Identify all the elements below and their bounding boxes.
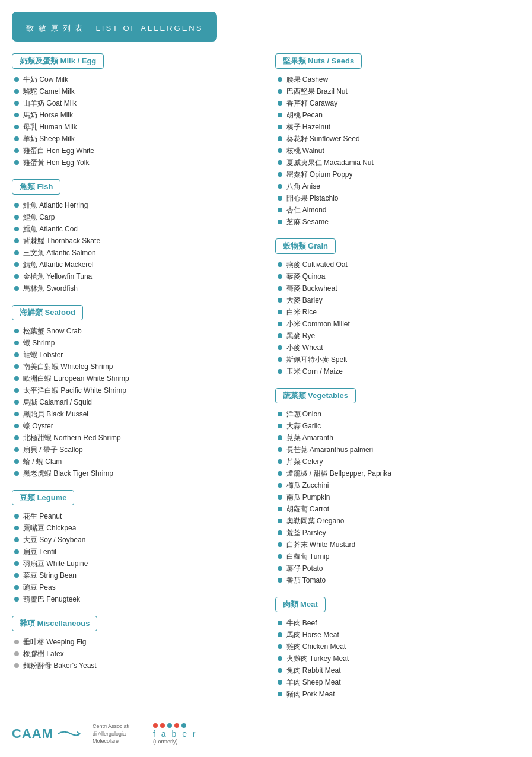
item-text: 牛肉 Beef <box>286 618 317 628</box>
item-text: 牛奶 Cow Milk <box>23 75 68 85</box>
bullet-icon <box>14 388 19 393</box>
item-text: 松葉蟹 Snow Crab <box>23 326 82 336</box>
list-item: 胡蘿蔔 Carrot <box>278 503 521 515</box>
bullet-icon <box>278 644 282 649</box>
list-item: 莧菜 Amaranth <box>278 432 521 444</box>
item-text: 開心果 Pistachio <box>286 193 339 203</box>
bullet-icon <box>278 77 282 82</box>
item-text: 玉米 Corn / Maize <box>286 367 343 377</box>
bullet-icon <box>278 495 282 500</box>
bullet-icon <box>278 692 282 696</box>
bullet-icon <box>14 640 19 644</box>
bullet-icon <box>278 621 282 625</box>
item-text: 杏仁 Almond <box>286 205 327 215</box>
item-text: 橡膠樹 Latex <box>23 649 64 659</box>
header-subtitle: LIST OF ALLERGENS <box>96 24 203 33</box>
bullet-icon <box>278 184 282 189</box>
item-text: 莧菜 Amaranth <box>286 433 333 443</box>
header-title: 致 敏 原 列 表 <box>26 24 84 33</box>
item-list-fish: 鯡魚 Atlantic Herring鯉魚 Carp鱈魚 Atlantic Co… <box>12 199 257 294</box>
list-item: 鯡魚 Atlantic Herring <box>14 199 257 211</box>
item-text: 山羊奶 Goat Milk <box>23 98 77 109</box>
item-text: 龍蝦 Lobster <box>23 350 63 360</box>
bullet-icon <box>14 400 19 405</box>
item-list-grain: 燕麥 Cultivated Oat藜麥 Quinoa蕎麥 Buckwheat大麥… <box>275 259 521 377</box>
item-text: 羽扇豆 White Lupine <box>23 559 88 569</box>
bullet-icon <box>278 196 282 201</box>
list-item: 麵粉酵母 Baker's Yeast <box>14 660 257 672</box>
list-item: 葵花籽 Sunflower Seed <box>278 133 521 145</box>
item-text: 兔肉 Rabbit Meat <box>286 666 341 676</box>
list-item: 大麥 Barley <box>278 294 521 306</box>
item-text: 黑老虎蝦 Black Tiger Shrimp <box>23 469 113 479</box>
item-text: 馬林魚 Swordfish <box>23 284 78 294</box>
item-text: 芹菜 Celery <box>286 457 323 467</box>
page: 致 敏 原 列 表 LIST OF ALLERGENS 奶類及蛋類 Milk /… <box>12 12 520 745</box>
list-item: 蠔 Oyster <box>14 420 257 432</box>
faber-dots <box>153 723 197 728</box>
item-text: 菜豆 String Bean <box>23 571 77 581</box>
list-item: 腰果 Cashew <box>278 74 521 85</box>
section-title-legume: 豆類 Legume <box>12 490 74 505</box>
bullet-icon <box>14 573 19 578</box>
list-item: 馬肉 Horse Meat <box>278 629 521 641</box>
item-list-meat: 牛肉 Beef馬肉 Horse Meat雞肉 Chicken Meat火雞肉 T… <box>275 617 521 700</box>
list-item: 芝麻 Sesame <box>278 216 521 228</box>
item-text: 長芒莧 Amaranthus palmeri <box>286 445 374 455</box>
bullet-icon <box>278 125 282 129</box>
item-text: 豬肉 Pork Meat <box>286 689 335 699</box>
list-item: 鷹嘴豆 Chickpea <box>14 522 257 534</box>
bullet-icon <box>14 148 19 153</box>
list-item: 燕麥 Cultivated Oat <box>278 259 521 271</box>
list-item: 白芥末 White Mustard <box>278 539 521 551</box>
item-text: 羊奶 Sheep Milk <box>23 134 75 144</box>
bullet-icon <box>278 668 282 673</box>
page-header: 致 敏 原 列 表 LIST OF ALLERGENS <box>12 12 217 42</box>
bullet-icon <box>278 447 282 452</box>
list-item: 黑老虎蝦 Black Tiger Shrimp <box>14 467 257 479</box>
item-text: 香芹籽 Caraway <box>286 98 338 109</box>
list-item: 橡膠樹 Latex <box>14 648 257 660</box>
bullet-icon <box>278 435 282 440</box>
bullet-icon <box>278 507 282 511</box>
item-text: 藜麥 Quinoa <box>286 272 326 282</box>
bullet-icon <box>14 238 19 243</box>
item-text: 大豆 Soy / Soybean <box>23 535 85 545</box>
list-item: 小麥 Wheat <box>278 342 521 354</box>
list-item: 太平洋白蝦 Pacific White Shrimp <box>14 384 257 396</box>
bullet-icon <box>278 632 282 637</box>
item-text: 扁豆 Lentil <box>23 547 56 557</box>
item-text: 核桃 Walnut <box>286 146 324 156</box>
item-text: 鯉魚 Carp <box>23 212 55 222</box>
list-item: 菜豆 String Bean <box>14 570 257 581</box>
section-title-grain: 穀物類 Grain <box>275 238 336 254</box>
item-text: 雞肉 Chicken Meat <box>286 642 346 652</box>
bullet-icon <box>14 77 19 82</box>
item-list-milk-egg: 牛奶 Cow Milk駱駝 Camel Milk山羊奶 Goat Milk馬奶 … <box>12 74 257 168</box>
list-item: 番茄 Tomato <box>278 574 521 586</box>
bullet-icon <box>278 345 282 350</box>
list-item: 巴西堅果 Brazil Nut <box>278 85 521 97</box>
item-text: 南美白對蝦 Whiteleg Shrimp <box>23 362 113 372</box>
bullet-icon <box>278 101 282 106</box>
list-item: 扁豆 Lentil <box>14 546 257 558</box>
bullet-icon <box>278 113 282 117</box>
list-item: 榛子 Hazelnut <box>278 121 521 133</box>
bullet-icon <box>14 549 19 554</box>
list-item: 核桃 Walnut <box>278 145 521 157</box>
list-item: 松葉蟹 Snow Crab <box>14 325 257 337</box>
bullet-icon <box>278 286 282 291</box>
item-text: 櫛瓜 Zucchini <box>286 481 329 491</box>
bullet-icon <box>278 578 282 583</box>
list-item: 鯉魚 Carp <box>14 211 257 223</box>
bullet-icon <box>278 412 282 416</box>
bullet-icon <box>278 136 282 141</box>
bullet-icon <box>278 471 282 476</box>
list-item: 背棘鰩 Thornback Skate <box>14 235 257 247</box>
list-item: 白蘿蔔 Turnip <box>278 551 521 562</box>
list-item: 大蒜 Garlic <box>278 420 521 432</box>
footer: CAAM Centri Associati di Allergologia Mo… <box>12 723 520 745</box>
list-item: 鯖魚 Atlantic Mackerel <box>14 259 257 271</box>
item-text: 南瓜 Pumpkin <box>286 492 330 502</box>
right-column: 堅果類 Nuts / Seeds腰果 Cashew巴西堅果 Brazil Nut… <box>275 53 521 711</box>
